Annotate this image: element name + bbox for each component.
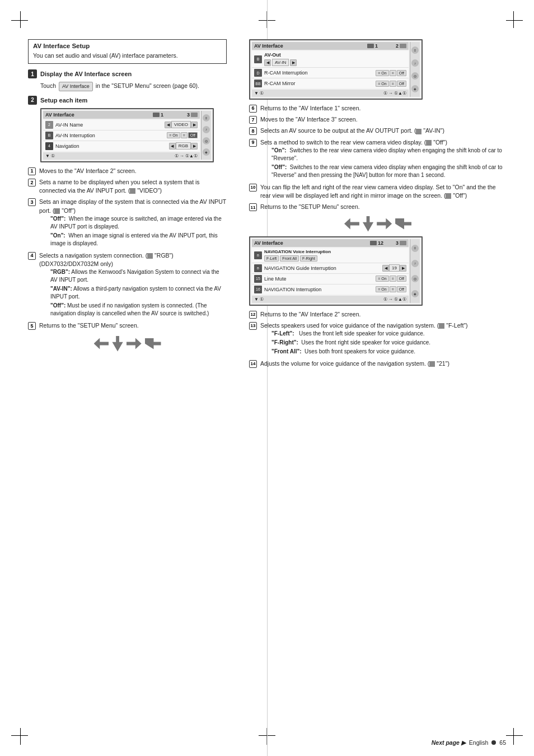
rscreen2-icon-15: 15 [254,275,262,283]
screen1-row1-controls: ◀ VIDEO ▶ [165,121,198,128]
rscreen1-row2: D R-CAM Interruption = On = Off [252,68,409,78]
btn-right-arrow[interactable]: ▶ [191,122,198,128]
crop-mark-tr-v [513,11,514,28]
left-item-4: 4 Selects a navigation system connection… [28,251,227,319]
onoff-rcam: = On = Off [376,70,406,76]
rs1-sbar-icon2: ♪ [411,59,419,67]
onoff-avin: = On = Off [167,132,198,138]
rscreen1-av-in-value: AV-IN [272,59,289,66]
crop-mark-tl-v [20,11,21,28]
screen1-row2-icon: B [45,132,53,139]
linemute-off[interactable]: Off [397,276,406,282]
screen1-header: AV Interface 1 3 [43,111,200,119]
arrow-down-icon [112,336,123,352]
btn-left-arrow[interactable]: ◀ [165,122,171,128]
navint-on[interactable]: = On [376,286,388,292]
mirror-off[interactable]: Off [397,81,406,87]
linemute-on[interactable]: = On [376,276,388,282]
item13-detail3: "Front All": Uses both front speakers fo… [271,348,507,356]
pencil-icon-9 [426,140,432,146]
step1-text: Display the AV Interface screen [40,71,132,77]
item6-text: Returns to the "AV Interface 1" screen. [260,104,507,113]
item9-num: 9 [249,139,257,147]
rscreen2-linemute-controls: = On = Off [376,276,406,282]
sidebar-icon3: ◎ [203,137,210,144]
rscreen2-icon-B1: B [254,251,262,259]
item13-num: 13 [249,322,257,330]
btn-f-left[interactable]: F-Left [264,255,279,262]
rscreen2-row1: B NAVIGATION Voice Interruption F-Left F… [252,248,409,263]
rcam-on[interactable]: = On [376,70,388,76]
left-column: AV Interface Setup You can set audio and… [28,39,227,356]
item1-text: Moves to the "AV Interface 2" screen. [39,167,227,175]
rscreen1-rcam-label: R-CAM Interruption [264,70,373,76]
rscreen2-title: AV Interface [254,240,283,246]
item8-text: Selects an AV source to be output at the… [260,127,507,135]
arrow-right-icon [94,338,109,349]
rscreen2-col3: 3 [396,240,399,246]
next-page-label: Next page ▶ [432,739,466,746]
screen1-icon-bar: 1 3 [153,112,198,118]
item10-text: You can flip the left and right of the r… [260,183,507,200]
item9-detail2: "Off": Switches to the rear view camera … [271,164,507,179]
btn-nav-right[interactable]: ▶ [191,143,198,150]
item4-num: 4 [28,252,36,260]
footer-language: English [469,739,488,746]
item12-num: 12 [249,311,257,319]
btn-guide-right[interactable]: ▶ [400,265,406,272]
btn-nav-left[interactable]: ◀ [169,143,176,150]
step1-num: 1 [28,69,37,78]
rscreen2-guide-controls: ◀ 19 ▶ [382,264,406,272]
btn-guide-left[interactable]: ◀ [382,265,389,272]
touch-av-interface: AV Interface [59,82,93,91]
content-area: AV Interface Setup You can set audio and… [28,39,506,722]
onoff-on[interactable]: = On [167,132,180,138]
item7-num: 7 [249,116,257,124]
screen1-icon2 [191,113,198,117]
item13-text: Selects speakers used for voice guidance… [260,321,507,357]
item12-text: Returns to the "AV Interface 2" screen. [260,310,507,319]
rarrow-left-icon [377,218,392,230]
mirror-on[interactable]: = On [376,81,388,87]
rs1-sbar-icon3: ◎ [411,72,419,80]
item2-num: 2 [28,179,36,186]
right-item-9: 9 Sets a method to switch to the rear vi… [249,138,507,180]
rscreen2-icon1 [370,241,377,245]
right-item-6: 6 Returns to the "AV Interface 1" screen… [249,104,507,113]
rscreen1-footer-r: ① → ①▲① [383,91,406,96]
screen1-sidebar: ≡ ♪ ◎ ◈ [201,111,211,160]
crop-mark-br-h [506,735,523,736]
step2-heading: 2 Setup each item [28,96,227,105]
screen1-col2: 1 [161,112,163,118]
rscreen2-linemute-label: Line Mute [264,276,373,282]
rscreen2-nav-voice-content: NAVIGATION Voice Interruption F-Left Fro… [264,249,406,262]
right-column: AV Interface 1 2 B AV-Out ◀ [249,39,507,371]
right-screen1: AV Interface 1 2 B AV-Out ◀ [249,39,423,100]
btn-front-all[interactable]: Front All [280,255,299,262]
screen1-row2-label: AV-IN Interruption [55,133,165,138]
rscreen2-icon-16: 16 [254,286,262,293]
rscreen2-navint-label: NAVIGATION Interruption [264,287,373,292]
rs2-sbar-icon2: ♪ [411,260,419,267]
screen1-row1: 2 AV-IN Name ◀ VIDEO ▶ [43,120,200,130]
left-item-1: 1 Moves to the "AV Interface 2" screen. [28,167,227,175]
rscreen2-footer-l: ▼ ① [254,297,264,302]
right-item-14: 14 Adjusts the volume for voice guidance… [249,360,507,368]
btn-avout-left[interactable]: ◀ [264,59,271,66]
rscreen2-row2: B NAVIGATION Guide Interruption ◀ 19 ▶ [252,263,409,274]
rcam-eq: = [390,70,396,76]
linemute-eq: = [390,276,396,282]
onoff-off[interactable]: Off [188,132,198,138]
btn-avout-right[interactable]: ▶ [290,59,297,66]
screen1-col3: 3 [187,112,190,118]
item4-detail2: "AV-IN": Allows a third-party navigation… [50,285,227,301]
right-screen2: AV Interface 12 3 B NAVIGATION Voice Int… [249,236,423,306]
btn-f-right[interactable]: F-Right [300,255,317,262]
pencil-icon-10 [446,193,451,199]
rarrow-right-icon [344,218,359,230]
navint-off[interactable]: Off [397,286,406,292]
rcam-off[interactable]: Off [397,70,406,76]
sidebar-icon4: ◈ [203,148,210,156]
item6-num: 6 [249,105,257,113]
screen1-icon1 [153,113,160,117]
